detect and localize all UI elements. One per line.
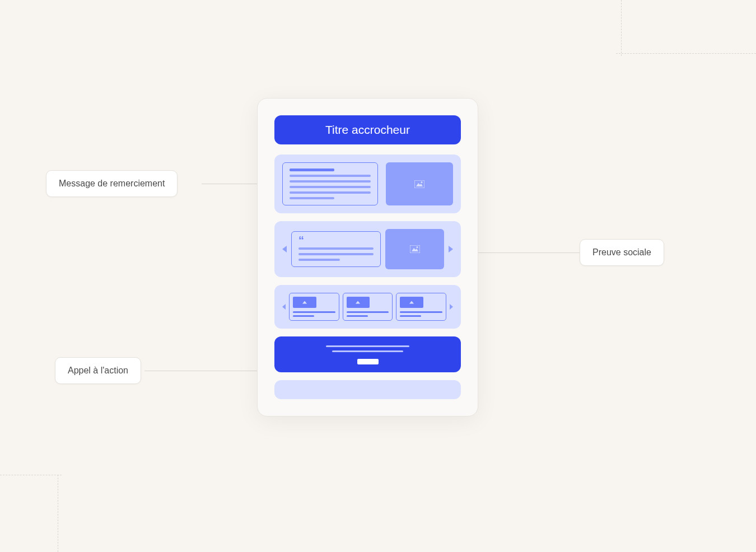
- card-placeholder: [396, 293, 446, 321]
- image-placeholder: [385, 229, 444, 269]
- thumbnail-icon: [293, 297, 316, 308]
- callout-label: Preuve sociale: [592, 247, 651, 257]
- header-title: Titre accrocheur: [325, 123, 410, 136]
- testimonial-placeholder: “: [291, 231, 381, 267]
- section-cta: [274, 336, 461, 372]
- guide-line: [621, 0, 622, 56]
- thumbnail-icon: [400, 297, 423, 308]
- svg-marker-1: [416, 183, 423, 186]
- carousel-next-icon[interactable]: [450, 304, 453, 310]
- section-footer: [274, 380, 461, 399]
- connector-line: [144, 371, 274, 371]
- guide-line: [616, 53, 756, 54]
- text-placeholder-block: [282, 162, 378, 205]
- card-placeholder: [343, 293, 393, 321]
- quote-icon: “: [298, 237, 374, 243]
- cta-button-placeholder[interactable]: [357, 359, 379, 364]
- carousel-prev-icon[interactable]: [282, 246, 287, 252]
- guide-line: [0, 475, 62, 475]
- thumbnail-icon: [347, 297, 370, 308]
- image-icon: [414, 180, 424, 188]
- email-wireframe: Titre accrocheur “: [257, 98, 478, 417]
- image-placeholder: [386, 162, 453, 205]
- card-placeholder: [289, 293, 339, 321]
- section-social-proof: “: [274, 221, 461, 277]
- callout-label: Message de remerciement: [59, 179, 165, 188]
- carousel-next-icon[interactable]: [449, 246, 453, 252]
- callout-cta: Appel à l'action: [55, 357, 141, 384]
- svg-marker-4: [412, 248, 418, 251]
- image-icon: [410, 245, 420, 253]
- svg-point-5: [416, 246, 418, 248]
- section-cards: [274, 285, 461, 329]
- svg-point-2: [421, 181, 423, 183]
- callout-label: Appel à l'action: [68, 366, 128, 375]
- section-thank-you: [274, 155, 461, 213]
- guide-line: [58, 475, 58, 552]
- header-pill: Titre accrocheur: [274, 115, 461, 144]
- callout-thank-you: Message de remerciement: [46, 170, 178, 197]
- callout-social-proof: Preuve sociale: [580, 239, 664, 266]
- carousel-prev-icon[interactable]: [282, 304, 286, 310]
